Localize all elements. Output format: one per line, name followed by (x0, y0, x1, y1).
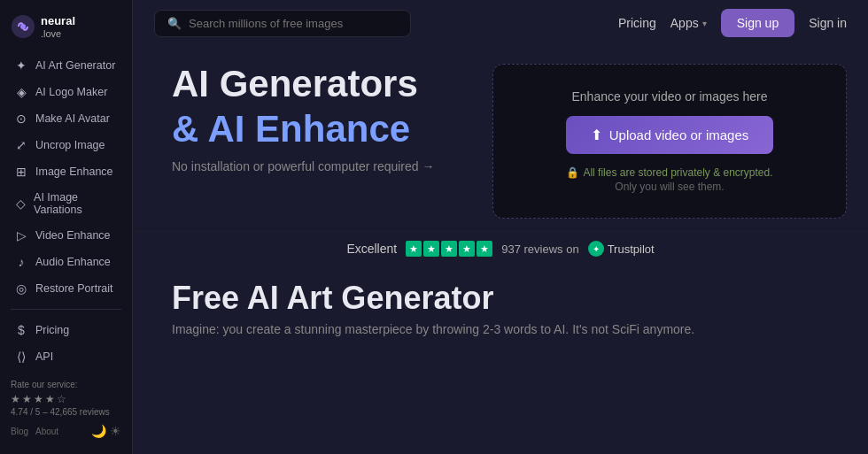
sidebar-item-label: Uncrop Image (35, 139, 105, 151)
tp-star-5: ★ (477, 241, 492, 257)
hero-title-line2: & AI Enhance (172, 108, 475, 150)
api-icon: ⟨⟩ (14, 350, 28, 364)
search-input[interactable] (189, 17, 398, 30)
header-right: Pricing Apps ▾ Sign up Sign in (618, 9, 847, 37)
sidebar-item-api[interactable]: ⟨⟩ API (4, 343, 128, 370)
lock-icon: 🔒 (566, 166, 579, 179)
logo-area[interactable]: neural .love (0, 9, 132, 52)
video-icon: ▷ (14, 228, 28, 242)
privacy-line2: Only you will see them. (615, 181, 724, 193)
uncrop-icon: ⤢ (14, 138, 28, 152)
blog-link[interactable]: Blog (11, 427, 28, 436)
sidebar-item-label: AI Image Variations (34, 191, 118, 216)
privacy-line1: All files are stored privately & encrypt… (583, 166, 772, 179)
sidebar-item-ai-image-variations[interactable]: ◇ AI Image Variations (4, 185, 128, 222)
upload-button-label: Upload video or images (609, 127, 749, 142)
hero-title-line1: AI Generators (172, 64, 475, 104)
signup-button[interactable]: Sign up (721, 9, 794, 37)
sidebar-item-make-ai-avatar[interactable]: ⊙ Make AI Avatar (4, 105, 128, 132)
hero-section: AI Generators & AI Enhance No installati… (133, 46, 868, 227)
sidebar-item-label: Pricing (35, 324, 69, 336)
rating-area: Rate our service: ★ ★ ★ ★ ☆ 4.74 / 5 – 4… (0, 373, 132, 420)
header: 🔍 Pricing Apps ▾ Sign up Sign in (133, 0, 868, 46)
chevron-down-icon: ▾ (702, 19, 707, 28)
sidebar-item-label: Audio Enhance (35, 256, 111, 268)
moon-icon[interactable]: 🌙 (91, 424, 106, 438)
excellent-text: Excellent (346, 242, 397, 256)
pricing-nav-link[interactable]: Pricing (618, 16, 656, 30)
main-content: 🔍 Pricing Apps ▾ Sign up Sign in AI Gene… (133, 0, 868, 454)
tp-star-1: ★ (406, 241, 422, 257)
upload-button[interactable]: ⬆ Upload video or images (566, 116, 774, 154)
review-count: 937 reviews on (501, 242, 578, 256)
free-art-description: Imagine: you create a stunning masterpie… (172, 322, 847, 336)
trustpilot-stars: ★ ★ ★ ★ ★ (406, 241, 492, 257)
sidebar-item-label: AI Art Generator (35, 59, 115, 72)
star-4: ★ (45, 393, 55, 405)
star-2: ★ (22, 393, 32, 405)
sidebar-item-pricing[interactable]: $ Pricing (4, 317, 128, 343)
upload-icon: ⬆ (591, 127, 602, 143)
stars-row: ★ ★ ★ ★ ☆ (11, 393, 121, 405)
privacy-note: 🔒 All files are stored privately & encry… (566, 166, 772, 193)
trustpilot-bar: Excellent ★ ★ ★ ★ ★ 937 reviews on ✦ Tru… (133, 231, 868, 265)
logo-name: neural (41, 14, 75, 28)
hero-subtitle: No installation or powerful computer req… (172, 159, 475, 173)
sidebar: neural .love ✦ AI Art Generator ◈ AI Log… (0, 0, 133, 454)
sidebar-item-image-enhance[interactable]: ⊞ Image Enhance (4, 158, 128, 185)
free-art-title: Free AI Art Generator (172, 280, 847, 317)
audio-icon: ♪ (14, 255, 28, 269)
logo-icon (11, 14, 35, 39)
sidebar-item-label: Image Enhance (35, 165, 113, 178)
sidebar-item-ai-logo-maker[interactable]: ◈ AI Logo Maker (4, 79, 128, 105)
sidebar-divider (11, 309, 121, 310)
logo-tagline: .love (41, 28, 75, 40)
sidebar-item-label: Video Enhance (35, 229, 111, 242)
portrait-icon: ◎ (14, 281, 28, 296)
avatar-icon: ⊙ (14, 112, 28, 126)
tp-star-3: ★ (441, 241, 457, 257)
sidebar-footer: Blog About 🌙 ☀ (0, 420, 132, 442)
sidebar-item-restore-portrait[interactable]: ◎ Restore Portrait (4, 275, 128, 302)
star-5: ☆ (57, 393, 66, 405)
sidebar-item-audio-enhance[interactable]: ♪ Audio Enhance (4, 249, 128, 275)
free-art-section: Free AI Art Generator Imagine: you creat… (133, 265, 868, 336)
image-enhance-icon: ⊞ (14, 165, 28, 179)
sidebar-item-label: Make AI Avatar (35, 112, 110, 125)
privacy-lock-row: 🔒 All files are stored privately & encry… (566, 166, 772, 179)
apps-dropdown-button[interactable]: Apps ▾ (670, 16, 707, 30)
sidebar-item-uncrop-image[interactable]: ⤢ Uncrop Image (4, 132, 128, 158)
upload-label: Enhance your video or images here (571, 89, 767, 104)
trustpilot-icon: ✦ (588, 241, 604, 257)
apps-label: Apps (670, 16, 699, 30)
ai-art-icon: ✦ (14, 58, 28, 73)
rating-label: Rate our service: (11, 380, 121, 389)
sidebar-item-label: API (35, 350, 53, 363)
svg-point-1 (20, 24, 26, 29)
variations-icon: ◇ (14, 196, 27, 211)
ai-logo-icon: ◈ (14, 85, 28, 99)
search-icon: 🔍 (167, 17, 182, 30)
upload-box: Enhance your video or images here ⬆ Uplo… (492, 64, 847, 219)
hero-subtitle-text: No installation or powerful computer req… (172, 159, 434, 173)
sidebar-item-ai-art-generator[interactable]: ✦ AI Art Generator (4, 52, 128, 79)
rating-value: 4.74 / 5 – 42,665 reviews (11, 407, 121, 417)
footer-links: Blog About (11, 427, 58, 436)
star-1: ★ (11, 393, 20, 405)
sidebar-item-label: Restore Portrait (35, 282, 113, 295)
sun-icon[interactable]: ☀ (110, 424, 121, 438)
sidebar-item-label: AI Logo Maker (35, 86, 107, 98)
hero-left: AI Generators & AI Enhance No installati… (172, 64, 475, 173)
about-link[interactable]: About (35, 427, 58, 436)
sidebar-item-video-enhance[interactable]: ▷ Video Enhance (4, 222, 128, 249)
search-box[interactable]: 🔍 (154, 10, 411, 37)
sidebar-bottom: Rate our service: ★ ★ ★ ★ ☆ 4.74 / 5 – 4… (0, 373, 132, 445)
pricing-icon: $ (14, 323, 28, 337)
trustpilot-logo[interactable]: ✦ Trustpilot (588, 241, 655, 257)
signin-link[interactable]: Sign in (809, 16, 847, 30)
star-3: ★ (34, 393, 43, 405)
tp-star-2: ★ (423, 241, 439, 257)
trustpilot-name: Trustpilot (608, 242, 655, 256)
tp-star-4: ★ (459, 241, 475, 257)
theme-icons: 🌙 ☀ (91, 424, 121, 438)
